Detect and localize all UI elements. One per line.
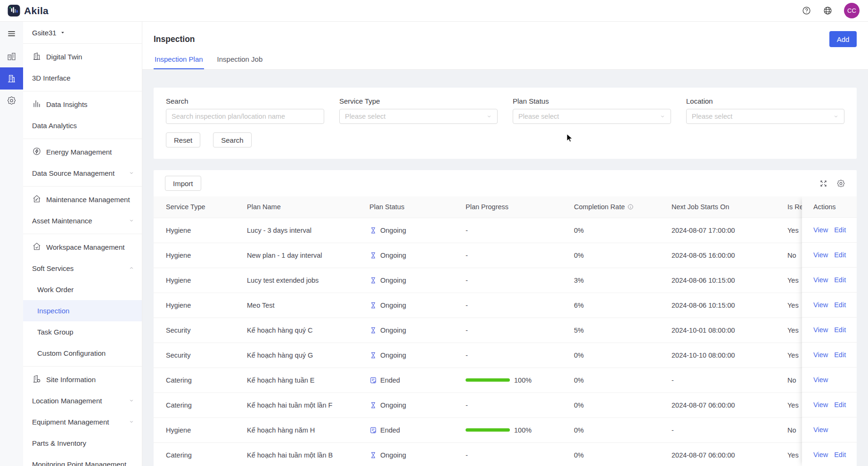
import-button[interactable]: Import [165,176,201,191]
view-link[interactable]: View [813,426,828,433]
fullscreen-icon[interactable] [819,179,828,188]
sidebar-item-work-order[interactable]: Work Order [23,279,142,300]
plan-status-label: Plan Status [513,97,671,105]
view-link[interactable]: View [813,376,828,384]
site-selector[interactable]: Gsite31 [23,22,142,44]
sidebar-group-site-information[interactable]: Site Information [23,369,142,390]
progress-value: - [466,252,468,259]
icon-rail [0,22,23,466]
chevron-down-icon [129,170,134,176]
caret-down-icon [60,30,66,35]
view-link[interactable]: View [813,351,828,359]
add-button[interactable]: Add [829,31,857,47]
column-header-label: Completion Rate [574,203,625,211]
sidebar-item-data-source-management[interactable]: Data Source Management [23,163,142,184]
tab-inspection-job[interactable]: Inspection Job [216,49,264,69]
cell-plan-status: Ongoing [369,343,466,368]
reset-button[interactable]: Reset [166,132,200,147]
sidebar-item-equipment-management[interactable]: Equipment Management [23,411,142,433]
sidebar-item-asset-maintenance[interactable]: Asset Maintenance [23,210,142,231]
status-label: Ongoing [380,451,406,459]
topbar: Akila CC [0,0,868,22]
page-title: Inspection [154,34,195,44]
progress-value: - [466,401,468,409]
maintenance-icon [32,194,41,204]
sidebar-item-label: Data Analytics [32,122,77,130]
cell-plan-status: Ended [369,417,466,442]
table-row: HygieneNew plan - 1 day intervalOngoing-… [154,243,857,268]
edit-link[interactable]: Edit [834,351,846,359]
main-content: Inspection Add Inspection Plan Inspectio… [142,22,868,466]
location-select[interactable]: Please select [686,109,844,124]
sidebar-item-data-analytics[interactable]: Data Analytics [23,115,142,136]
edit-link[interactable]: Edit [834,301,846,309]
view-link[interactable]: View [813,226,828,234]
service-type-select[interactable]: Please select [339,109,498,124]
sidebar-item-soft-services[interactable]: Soft Services [23,258,142,279]
view-link[interactable]: View [813,301,828,309]
progress-value: 100% [514,426,532,434]
status-label: Ended [380,376,400,384]
tab-inspection-plan[interactable]: Inspection Plan [154,49,204,69]
edit-link[interactable]: Edit [834,326,846,334]
column-header-label: Plan Progress [466,203,508,211]
sidebar-group-digital-twin[interactable]: Digital Twin [23,46,142,67]
view-link[interactable]: View [813,276,828,284]
sidebar-item-task-group[interactable]: Task Group [23,321,142,343]
cell-plan-name: Lucy - 3 days interval [247,218,369,243]
search-input[interactable] [166,109,324,124]
rail-soft-services-icon[interactable] [0,67,23,90]
app-name: Akila [24,5,49,16]
search-button[interactable]: Search [213,132,252,147]
sidebar-item-3d-interface[interactable]: 3D Interface [23,67,142,89]
sidebar-group-energy-management[interactable]: Energy Management [23,141,142,163]
actions-fixed-column: Actions ViewEditViewEditViewEditViewEdit… [802,196,857,466]
view-link[interactable]: View [813,451,828,458]
sidebar-item-label: Asset Maintenance [32,217,92,225]
user-avatar[interactable]: CC [844,3,860,18]
sidebar-item-label: Work Order [37,286,74,294]
sidebar-group-maintenance-management[interactable]: Maintenance Management [23,189,142,210]
column-header-service-type: Service Type [154,196,247,218]
edit-link[interactable]: Edit [834,401,846,409]
sidebar-item-location-management[interactable]: Location Management [23,390,142,411]
site-selector-label: Gsite31 [32,29,57,37]
sidebar-item-parts-inventory[interactable]: Parts & Inventory [23,433,142,454]
edit-link[interactable]: Edit [834,251,846,259]
edit-link[interactable]: Edit [834,451,846,458]
cell-completion-rate: 0% [574,343,671,368]
cell-plan-name: Kế hoạch hàng quý G [247,343,369,368]
sidebar-item-custom-configuration[interactable]: Custom Configuration [23,343,142,364]
view-link[interactable]: View [813,251,828,259]
rail-settings-icon[interactable] [0,90,23,112]
table-row: HygieneLucy test extended jobsOngoing-3%… [154,268,857,293]
progress-value: - [466,277,468,284]
sidebar-item-inspection[interactable]: Inspection [23,300,142,321]
cell-next-job-starts-on: 2024-08-06 10:15:00 [671,293,787,318]
sidebar-group-label: Workspace Management [46,243,124,251]
sidebar-group-workspace-management[interactable]: Workspace Management [23,237,142,258]
cell-next-job-starts-on: - [671,368,787,392]
hamburger-menu-icon[interactable] [0,22,23,45]
table-wrap: Service TypePlan NamePlan StatusPlan Pro… [154,196,857,466]
table-settings-gear-icon[interactable] [836,179,845,188]
view-link[interactable]: View [813,401,828,409]
edit-link[interactable]: Edit [834,276,846,284]
cell-completion-rate: 0% [574,218,671,243]
cell-service-type: Hygiene [154,243,247,268]
digital-twin-icon [32,51,41,61]
edit-link[interactable]: Edit [834,226,846,234]
help-icon[interactable] [802,6,811,16]
cell-next-job-starts-on: 2024-08-07 06:00:00 [671,392,787,417]
sidebar-item-monitoring-point-management[interactable]: Monitoring Point Management [23,454,142,466]
plan-status-select[interactable]: Please select [513,109,671,124]
status-label: Ongoing [380,227,406,234]
view-link[interactable]: View [813,326,828,334]
rail-digital-twin-icon[interactable] [0,45,23,67]
column-header-label: Service Type [166,203,205,211]
cell-plan-status: Ongoing [369,268,466,293]
language-globe-icon[interactable] [823,6,833,16]
sidebar-group-data-insights[interactable]: Data Insights [23,94,142,115]
column-header-label: Next Job Starts On [671,203,729,211]
info-icon[interactable] [627,204,634,210]
